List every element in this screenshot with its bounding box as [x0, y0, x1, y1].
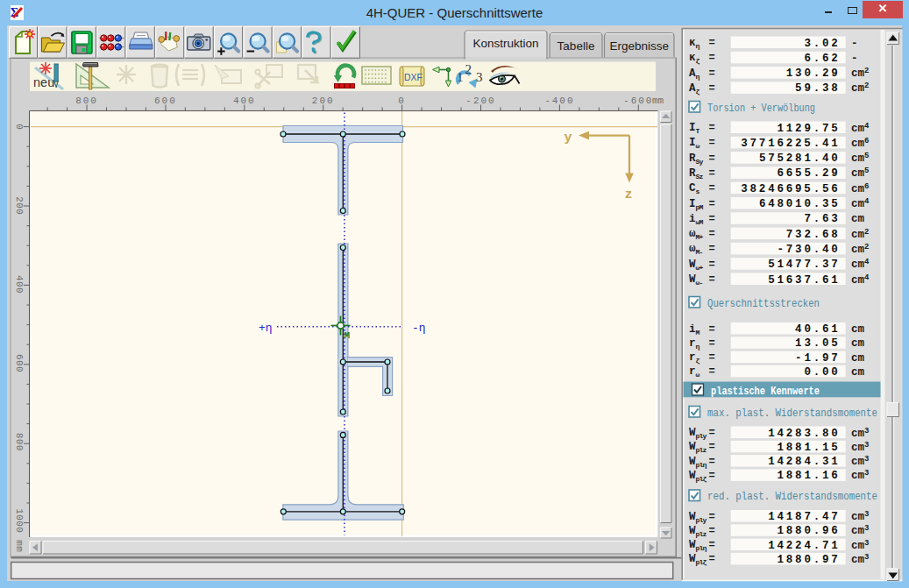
svg-text:cm: cm — [851, 366, 865, 379]
svg-text:=: = — [709, 259, 715, 271]
svg-text:M: M — [344, 330, 351, 341]
svg-text:200: 200 — [312, 96, 335, 106]
svg-text:0: 0 — [14, 439, 25, 445]
svg-text:=: = — [709, 122, 715, 134]
svg-text:z: z — [624, 188, 632, 202]
svg-text:14224.71: 14224.71 — [768, 540, 840, 552]
svg-text:plastische Kennwerte: plastische Kennwerte — [711, 385, 820, 398]
svg-text:+η: +η — [259, 322, 273, 335]
svg-text:0: 0 — [14, 281, 25, 287]
svg-text:=: = — [709, 243, 715, 255]
svg-text:=: = — [709, 228, 715, 240]
svg-text:m: m — [14, 540, 25, 546]
svg-text:-730.40: -730.40 — [777, 244, 840, 256]
svg-text:1880.97: 1880.97 — [777, 554, 840, 566]
svg-text:2: 2 — [465, 62, 472, 76]
svg-text:-η: -η — [412, 322, 426, 335]
svg-text:38246695.56: 38246695.56 — [741, 183, 840, 195]
svg-text:600: 600 — [154, 96, 177, 106]
svg-text:732.68: 732.68 — [786, 229, 841, 241]
svg-text:=: = — [709, 427, 715, 439]
svg-text:neu: neu — [33, 75, 54, 89]
svg-text:Querschnittsstrecken: Querschnittsstrecken — [707, 298, 820, 310]
svg-text:1881.15: 1881.15 — [777, 442, 840, 454]
svg-text:0: 0 — [14, 287, 25, 294]
svg-text:0: 0 — [398, 96, 406, 106]
svg-text:=: = — [709, 198, 715, 210]
svg-text:cm: cm — [851, 323, 865, 336]
svg-text:max. plast. Widerstandsmomente: max. plast. Widerstandsmomente — [707, 407, 877, 420]
svg-text:0: 0 — [14, 366, 25, 372]
svg-text:=: = — [709, 167, 715, 180]
svg-text:575281.40: 575281.40 — [759, 152, 841, 165]
svg-text:14187.47: 14187.47 — [768, 511, 840, 523]
svg-text:14284.31: 14284.31 — [768, 456, 840, 468]
svg-text:cm: cm — [851, 352, 865, 365]
svg-text:red. plast. Widerstandsmomente: red. plast. Widerstandsmomente — [707, 491, 877, 503]
svg-text:1: 1 — [457, 70, 464, 84]
svg-text:0: 0 — [14, 124, 25, 130]
svg-text:1881.16: 1881.16 — [777, 470, 840, 482]
svg-text:3: 3 — [476, 70, 483, 84]
svg-text:=: = — [709, 553, 715, 565]
svg-text:0.00: 0.00 — [804, 366, 840, 379]
svg-text:-600: -600 — [623, 96, 653, 106]
svg-text:DXF: DXF — [404, 72, 423, 82]
svg-text:=: = — [709, 539, 715, 551]
svg-text:=: = — [709, 365, 715, 378]
svg-text:mm: mm — [652, 96, 664, 106]
svg-text:=: = — [709, 525, 715, 537]
svg-text:8: 8 — [14, 433, 25, 439]
svg-text:-1.97: -1.97 — [795, 352, 841, 365]
svg-text:0: 0 — [14, 514, 25, 521]
svg-text:=: = — [709, 182, 715, 195]
svg-text:0: 0 — [14, 209, 25, 215]
svg-text:=: = — [709, 323, 715, 336]
svg-text:=: = — [709, 441, 715, 453]
svg-text:51477.37: 51477.37 — [768, 259, 840, 271]
svg-text:13.05: 13.05 — [795, 337, 841, 350]
svg-text:648010.35: 648010.35 — [759, 198, 841, 210]
svg-text:800: 800 — [75, 96, 98, 106]
svg-text:=: = — [709, 67, 715, 80]
svg-text:=: = — [709, 37, 715, 49]
svg-text:-400: -400 — [544, 96, 574, 106]
svg-text:37716225.41: 37716225.41 — [741, 138, 840, 150]
svg-text:0: 0 — [14, 527, 25, 533]
svg-text:=: = — [709, 337, 715, 350]
svg-text:2: 2 — [14, 196, 25, 202]
svg-text:-: - — [851, 53, 858, 65]
svg-text:1129.75: 1129.75 — [777, 123, 840, 135]
svg-text:=: = — [709, 82, 715, 95]
svg-text:=: = — [709, 273, 715, 286]
svg-text:7.63: 7.63 — [804, 213, 840, 225]
svg-text:=: = — [709, 152, 715, 165]
svg-text:3.02: 3.02 — [804, 38, 840, 50]
svg-text:6.62: 6.62 — [804, 53, 840, 65]
svg-text:40.61: 40.61 — [795, 323, 841, 336]
svg-text:130.29: 130.29 — [786, 67, 841, 80]
svg-text:cm: cm — [851, 337, 865, 350]
svg-text:m: m — [14, 546, 25, 552]
svg-text:0: 0 — [14, 445, 25, 451]
svg-text:cm: cm — [851, 213, 865, 225]
svg-text:=: = — [709, 470, 715, 482]
svg-text:51637.61: 51637.61 — [768, 274, 840, 287]
svg-text:=: = — [709, 137, 715, 149]
svg-text:Torsion + Verwölbung: Torsion + Verwölbung — [707, 103, 815, 115]
svg-text:=: = — [709, 456, 715, 468]
svg-text:6: 6 — [14, 354, 25, 360]
svg-text:=: = — [709, 351, 715, 364]
svg-text:14283.80: 14283.80 — [768, 428, 840, 440]
svg-text:Tabelle: Tabelle — [557, 39, 595, 53]
svg-text:1: 1 — [14, 508, 25, 514]
svg-text:59.38: 59.38 — [795, 82, 841, 95]
svg-text:Ergebnisse: Ergebnisse — [609, 39, 669, 53]
svg-text:=: = — [709, 52, 715, 64]
svg-text:Konstruktion: Konstruktion — [472, 37, 538, 50]
svg-text:=: = — [709, 511, 715, 523]
svg-text:6655.29: 6655.29 — [777, 167, 840, 180]
svg-text:=: = — [709, 213, 715, 225]
svg-text:1880.96: 1880.96 — [777, 525, 840, 537]
svg-text:0: 0 — [14, 360, 25, 366]
